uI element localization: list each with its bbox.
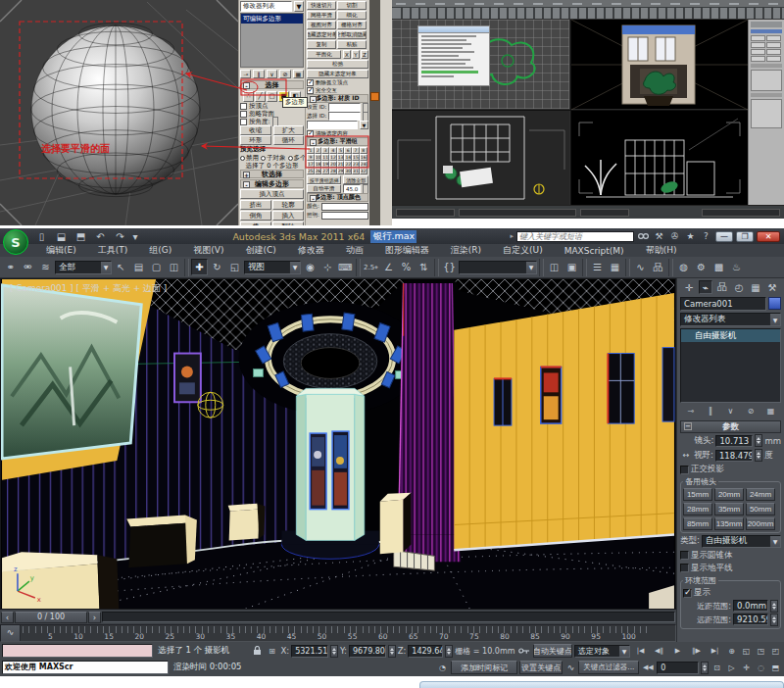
viewport-label[interactable]: [ Camera001 ] [ 平滑 + 高光 + 边面 ] xyxy=(10,283,167,293)
clear-selection-checkbox[interactable] xyxy=(307,130,314,137)
auto-smooth-button[interactable]: 自动平滑 xyxy=(307,184,341,193)
menu-item[interactable]: 自定义(U) xyxy=(492,244,554,257)
maximize-button[interactable]: ❐ xyxy=(736,231,754,242)
maxscript-macro-recorder[interactable] xyxy=(2,644,153,658)
create-tab-icon[interactable]: ✛ xyxy=(682,280,696,294)
menu-item[interactable]: 修改器 xyxy=(287,244,335,257)
smoothing-group-button[interactable]: 10 xyxy=(315,154,322,161)
axis-button[interactable]: X xyxy=(343,50,351,59)
smoothing-group-button[interactable]: 28 xyxy=(329,168,337,174)
app-logo[interactable]: S xyxy=(3,229,28,255)
ring-button[interactable]: 环形 xyxy=(240,135,271,145)
edit-geometry-button[interactable]: 细化 xyxy=(337,11,367,20)
help-icon[interactable]: ? xyxy=(700,230,712,243)
modifier-stack-list[interactable]: 可编辑多边形 xyxy=(240,13,304,68)
shrink-button[interactable]: 收缩 xyxy=(240,125,271,135)
stock-lens-button[interactable]: 20mm xyxy=(714,488,744,501)
menu-item[interactable]: 编辑(E) xyxy=(35,244,87,257)
grow-button[interactable]: 扩大 xyxy=(273,125,305,135)
redo-icon[interactable]: ↷ xyxy=(112,228,128,245)
smoothing-group-button[interactable]: 27 xyxy=(321,168,329,174)
rectangular-region-icon[interactable]: ▢ xyxy=(148,259,165,275)
time-slider-track[interactable] xyxy=(102,612,675,622)
new-file-icon[interactable]: ▯ xyxy=(33,228,50,245)
modifier-stack[interactable]: 自由摄影机 xyxy=(680,328,781,403)
edit-geometry-button[interactable]: 切割 xyxy=(337,1,367,10)
camera-viewport[interactable]: [ Camera001 ] [ 平滑 + 高光 + 边面 ] x y z xyxy=(0,278,676,610)
smoothing-group-button[interactable]: 32 xyxy=(360,168,368,174)
layer-manager-icon[interactable]: ☰ xyxy=(589,259,606,275)
schematic-view-icon[interactable]: 品 xyxy=(650,259,666,275)
pedestal-right[interactable] xyxy=(380,493,412,555)
relax-button[interactable]: 松弛 xyxy=(307,60,368,69)
stock-lens-button[interactable]: 50mm xyxy=(746,503,775,516)
field-of-view-icon[interactable]: ◰ xyxy=(769,643,782,660)
motion-tab-icon[interactable]: ◴ xyxy=(732,280,746,294)
subobject-vertex-icon[interactable]: ∴ xyxy=(243,91,254,102)
smoothing-group-button[interactable]: 4 xyxy=(329,147,337,154)
orthographic-checkbox[interactable] xyxy=(680,466,689,474)
tr-viewport-top[interactable] xyxy=(392,20,570,110)
smoothing-groups-rollout-header[interactable]: -多边形: 平滑组 xyxy=(307,137,368,146)
edit-poly-button[interactable]: 插入 xyxy=(272,211,304,221)
env-show-checkbox[interactable] xyxy=(683,589,692,598)
save-file-icon[interactable]: ⬒ xyxy=(73,228,89,245)
smoothing-group-button[interactable]: 1 xyxy=(307,147,315,154)
zoom-icon[interactable]: ⊕ xyxy=(725,643,738,660)
next-frame-icon[interactable]: ‖▶ xyxy=(688,643,705,660)
menu-item[interactable]: 渲染(R) xyxy=(440,244,492,257)
modifier-list-arrow[interactable]: ▼ xyxy=(294,1,304,12)
previous-frame-icon[interactable]: ◀‖ xyxy=(651,643,667,660)
stock-lens-button[interactable]: 135mm xyxy=(714,517,744,530)
orbit-icon[interactable]: ◌ xyxy=(755,660,767,676)
smoothing-group-button[interactable]: 21 xyxy=(337,161,345,168)
smoothing-group-button[interactable]: 3 xyxy=(321,147,329,154)
zoom-region-icon[interactable]: ⊡ xyxy=(710,660,723,676)
key-mode-toggle-icon[interactable]: ◀◀ xyxy=(641,660,655,676)
named-selection-dropdown[interactable]: ▼ xyxy=(459,261,537,274)
show-end-result-icon[interactable]: ‖ xyxy=(705,405,717,418)
selection-rollout-header[interactable]: -选择 xyxy=(240,80,304,89)
angle-snap-icon[interactable]: ∠ xyxy=(380,259,397,275)
near-range-spinner[interactable] xyxy=(770,600,778,613)
key-filters-button[interactable]: 关键点过滤器... xyxy=(578,661,639,674)
menu-item[interactable]: 图形编辑器 xyxy=(374,244,440,257)
tr-viewport-camera[interactable] xyxy=(571,20,748,110)
show-end-result-icon[interactable]: ‖ xyxy=(253,70,264,78)
prev-frame-arrow[interactable]: ‹ xyxy=(1,612,14,623)
selected-sub-icon[interactable]: ▷ xyxy=(725,660,738,676)
bind-to-spacewarp-icon[interactable]: ≋ xyxy=(37,259,54,275)
stock-lens-button[interactable]: 15mm xyxy=(683,488,712,501)
edit-geometry-button[interactable]: 复制 xyxy=(307,40,336,49)
pedestal-large-left[interactable] xyxy=(2,552,119,609)
curve-editor-icon[interactable]: ∿ xyxy=(632,259,649,275)
go-to-end-icon[interactable]: ▶| xyxy=(707,643,723,660)
maximize-viewport-icon[interactable]: ⬒ xyxy=(769,660,782,676)
camera-type-dropdown[interactable]: 自由摄影机▼ xyxy=(702,535,781,548)
edit-named-sets-icon[interactable]: {} xyxy=(441,259,458,275)
smoothing-group-button[interactable]: 5 xyxy=(337,147,345,154)
smoothing-group-button[interactable]: 30 xyxy=(344,168,352,174)
configure-sets-icon[interactable]: ▦ xyxy=(293,70,304,78)
smoothing-group-button[interactable]: 13 xyxy=(337,154,345,161)
reference-coordinate-dropdown[interactable]: 视图▼ xyxy=(244,261,301,274)
show-horizon-checkbox[interactable] xyxy=(680,564,689,572)
lens-spinner[interactable] xyxy=(755,434,762,447)
edit-geometry-button[interactable]: 粘贴 xyxy=(337,40,367,49)
set-key-button[interactable]: 设置关键点 xyxy=(519,661,563,674)
current-frame-field[interactable]: 0 xyxy=(657,662,699,674)
smoothing-group-button[interactable]: 26 xyxy=(315,168,322,174)
time-tag-icon[interactable]: ◔ xyxy=(435,662,449,674)
infocenter-expand-icon[interactable]: ▸ xyxy=(510,232,514,240)
edit-geometry-button[interactable]: 网格平滑 xyxy=(307,11,336,20)
loop-button[interactable]: 循环 xyxy=(273,135,305,145)
sphere-viewport[interactable] xyxy=(0,0,238,225)
near-range-field[interactable]: 0.0mm xyxy=(733,600,768,612)
maxscript-mini-listener[interactable]: 欢迎使用 MAXScr xyxy=(2,661,169,674)
hide-unselected-button[interactable]: 隐藏未选定对象 xyxy=(307,70,368,78)
smoothing-group-button[interactable]: 6 xyxy=(344,147,352,154)
remove-modifier-icon[interactable]: ⊘ xyxy=(745,405,758,418)
material-id-rollout-header[interactable]: -多边形: 材质 ID xyxy=(307,94,368,103)
by-angle-checkbox[interactable] xyxy=(240,119,247,125)
insert-vertex-button[interactable]: 插入顶点 xyxy=(240,189,304,199)
